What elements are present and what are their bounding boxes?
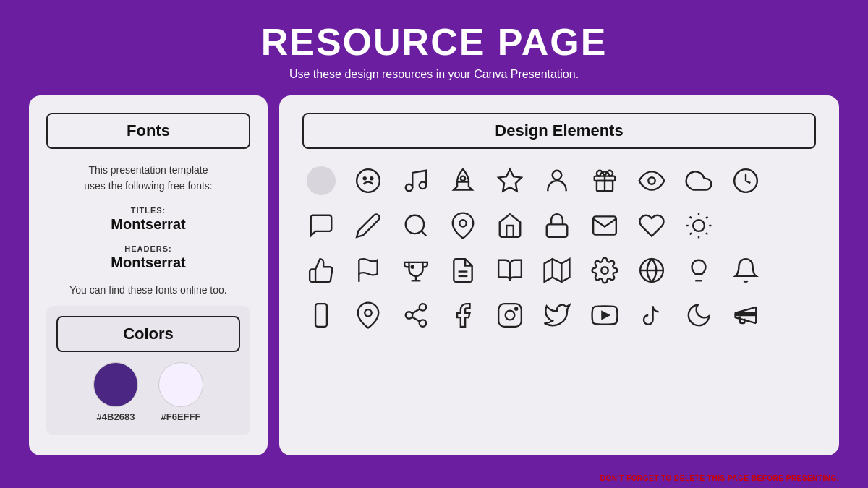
heart-icon — [633, 207, 671, 244]
rocket-icon — [444, 162, 482, 200]
thumbsup-icon — [302, 252, 340, 289]
music-note-icon — [397, 162, 435, 200]
document-icon — [444, 252, 482, 289]
page-header: RESOURCE PAGE Use these design resources… — [0, 0, 868, 90]
svg-point-32 — [601, 267, 608, 274]
icons-grid — [302, 162, 816, 334]
svg-line-41 — [412, 317, 420, 321]
sad-face-icon — [349, 162, 387, 200]
svg-point-4 — [419, 182, 426, 189]
settings-icon — [586, 252, 624, 289]
color-hex-1: #4B2683 — [97, 411, 135, 422]
person-icon — [538, 162, 576, 200]
color-circle-1 — [93, 362, 138, 407]
colors-section: Colors #4B2683 #F6EFFF — [46, 306, 250, 435]
svg-rect-43 — [498, 304, 522, 327]
instagram-icon — [491, 296, 529, 334]
map-icon — [538, 252, 576, 289]
facebook-icon — [444, 296, 482, 334]
placeholder-icon-2 — [727, 207, 765, 244]
placeholder-icon-5 — [775, 296, 812, 334]
svg-line-13 — [421, 231, 426, 236]
cloud-icon — [680, 162, 718, 200]
find-fonts-text: You can find these fonts online too. — [46, 284, 250, 296]
placeholder-icon-1 — [775, 162, 812, 200]
circle-icon — [302, 162, 340, 200]
mail-icon — [586, 207, 624, 244]
svg-point-45 — [515, 308, 517, 310]
color-swatches: #4B2683 #F6EFFF — [56, 362, 240, 422]
svg-point-40 — [419, 320, 426, 327]
titles-label: TITLES: — [46, 206, 250, 215]
svg-line-23 — [690, 233, 692, 234]
star-icon — [491, 162, 529, 200]
lock-icon — [538, 207, 576, 244]
svg-point-0 — [357, 169, 380, 192]
headers-font: Montserrat — [46, 254, 250, 271]
flag-icon — [349, 252, 387, 289]
color-swatch-2: #F6EFFF — [158, 362, 203, 422]
globe-icon — [633, 252, 671, 289]
clock-icon — [727, 162, 765, 200]
share-icon — [397, 296, 435, 334]
chat-bubble-icon — [302, 207, 340, 244]
svg-marker-29 — [545, 259, 570, 282]
svg-marker-6 — [498, 169, 522, 191]
color-circle-2 — [158, 362, 203, 407]
svg-rect-35 — [315, 304, 327, 327]
svg-point-26 — [411, 266, 413, 268]
trophy-icon — [397, 252, 435, 289]
svg-line-19 — [690, 217, 692, 218]
svg-rect-15 — [547, 224, 568, 236]
svg-point-10 — [648, 177, 655, 184]
home-icon — [491, 207, 529, 244]
titles-font: Montserrat — [46, 216, 250, 233]
colors-label: Colors — [56, 316, 240, 352]
pencil-icon — [349, 207, 387, 244]
headers-label: HEADERS: — [46, 244, 250, 253]
bulb-icon — [680, 252, 718, 289]
svg-point-16 — [693, 220, 705, 231]
placeholder-icon-4 — [775, 252, 812, 289]
svg-point-37 — [365, 309, 373, 317]
svg-marker-46 — [602, 312, 608, 319]
footer-note: DON'T FORGET TO DELETE THIS PAGE BEFORE … — [600, 474, 839, 482]
svg-point-38 — [419, 304, 426, 311]
location-pin-icon — [349, 296, 387, 334]
book-icon — [491, 252, 529, 289]
search-icon — [397, 207, 435, 244]
svg-point-7 — [553, 171, 562, 180]
svg-line-24 — [706, 217, 707, 218]
main-content: Fonts This presentation template uses th… — [0, 95, 868, 455]
svg-point-39 — [405, 312, 412, 319]
sun-icon — [680, 207, 718, 244]
youtube-icon — [586, 296, 624, 334]
gift-icon — [586, 162, 624, 200]
svg-point-3 — [405, 184, 412, 192]
svg-point-14 — [459, 220, 467, 227]
svg-point-12 — [405, 215, 423, 234]
bell-icon — [727, 252, 765, 289]
svg-line-42 — [412, 309, 420, 313]
svg-point-44 — [506, 311, 515, 320]
svg-point-1 — [364, 177, 366, 179]
moon-icon — [680, 296, 718, 334]
left-panel: Fonts This presentation template uses th… — [29, 95, 268, 455]
svg-point-5 — [461, 176, 465, 181]
eye-icon — [633, 162, 671, 200]
phone-icon — [302, 296, 340, 334]
svg-point-2 — [370, 177, 373, 179]
megaphone-icon — [727, 296, 765, 334]
fonts-description: This presentation template uses the foll… — [46, 162, 250, 194]
pin-icon — [444, 207, 482, 244]
page-subtitle: Use these design resources in your Canva… — [0, 68, 868, 81]
color-swatch-1: #4B2683 — [93, 362, 138, 422]
twitter-icon — [538, 296, 576, 334]
fonts-label: Fonts — [46, 113, 250, 149]
color-hex-2: #F6EFFF — [161, 411, 201, 422]
page-title: RESOURCE PAGE — [0, 20, 868, 64]
svg-line-20 — [706, 233, 707, 234]
design-elements-label: Design Elements — [302, 113, 816, 149]
right-panel: Design Elements — [279, 95, 839, 455]
tiktok-icon — [633, 296, 671, 334]
